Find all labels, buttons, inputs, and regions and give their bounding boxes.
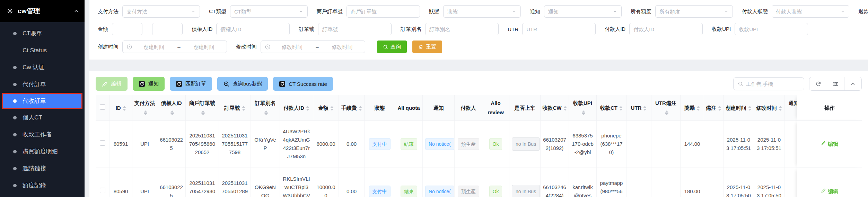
row-checkbox[interactable] [100, 188, 105, 193]
sort-icon[interactable] [619, 106, 623, 111]
all-quota-select[interactable] [655, 5, 733, 18]
edit-row-link[interactable]: 编辑 [821, 187, 838, 196]
payer-id-input-box[interactable] [629, 23, 703, 35]
payer-status-select[interactable] [772, 5, 849, 18]
row-checkbox[interactable] [100, 140, 105, 146]
sort-icon[interactable] [643, 106, 647, 111]
col-header-amount[interactable]: 金額 [313, 95, 339, 120]
sort-icon[interactable] [665, 110, 668, 115]
order-alias-input-box[interactable] [425, 23, 499, 35]
created-start-input[interactable] [135, 44, 173, 50]
column-settings-button[interactable] [827, 77, 844, 90]
sidebar-item-9[interactable]: 額度記錄 [0, 177, 85, 194]
amount-min-input-box[interactable] [112, 23, 142, 35]
sort-icon[interactable] [242, 106, 245, 111]
in_bus-tag[interactable]: no In Bus [512, 137, 540, 151]
collapse-button[interactable] [844, 77, 861, 90]
sort-icon[interactable] [123, 106, 126, 111]
notice-select[interactable] [544, 5, 622, 18]
payer-status-select-value[interactable] [776, 9, 838, 15]
all-quota-select-value[interactable] [659, 9, 722, 15]
col-header-updated_at[interactable]: 修改时间 [754, 95, 784, 120]
sidebar-item-2[interactable]: Cw 认证 [0, 59, 85, 76]
sort-icon[interactable] [264, 110, 268, 115]
col-header-id[interactable]: ID [109, 95, 132, 120]
sidebar-item-5[interactable]: 個人CT [0, 109, 85, 126]
created-date-range[interactable]: – [122, 41, 227, 53]
col-header-fee[interactable]: 手續費 [339, 95, 365, 120]
col-header-recv_ct[interactable]: 收款CT [597, 95, 626, 120]
col-header-merchant_order_no[interactable]: 商戶訂單號 [186, 95, 219, 120]
order-no-input-box[interactable] [318, 23, 392, 35]
sidebar-item-1[interactable]: Ct Status [0, 42, 85, 59]
toolbar-button-1[interactable]: 通知 [133, 77, 165, 91]
utr-input-box[interactable] [522, 23, 596, 35]
pay-method-select[interactable] [122, 5, 200, 18]
toolbar-button-2[interactable]: 匹配訂單 [170, 77, 212, 91]
notice-select-value[interactable] [548, 9, 611, 15]
refresh-button[interactable] [809, 77, 827, 90]
created-end-input[interactable] [185, 44, 223, 50]
sidebar-item-6[interactable]: 收款工作者 [0, 126, 85, 143]
merchant-order-no-input-box[interactable] [347, 5, 420, 18]
sort-icon[interactable] [170, 110, 174, 115]
sort-icon[interactable] [563, 106, 567, 111]
select-all-checkbox[interactable] [100, 104, 105, 110]
utr-input[interactable] [526, 26, 591, 32]
sidebar-item-8[interactable]: 邀請鏈接 [0, 160, 85, 177]
sort-icon[interactable] [748, 106, 752, 111]
sidebar-item-4[interactable]: 代收訂單 [2, 93, 82, 109]
toolbar-button-0[interactable]: 編輯 [96, 77, 128, 91]
amount-max-input-box[interactable] [152, 23, 183, 35]
col-header-reward[interactable]: 獎勵 [681, 95, 704, 120]
sort-icon[interactable] [718, 106, 721, 111]
sort-icon[interactable] [779, 106, 782, 111]
toolbar-button-4[interactable]: CT Success rate [273, 77, 333, 91]
updated-date-range[interactable]: – [261, 41, 365, 53]
col-header-note[interactable]: 備注 [704, 95, 724, 120]
sort-icon[interactable] [359, 106, 362, 111]
worker-search-input[interactable] [746, 81, 800, 87]
order-no-input[interactable] [322, 26, 387, 32]
merchant-order-no-input[interactable] [351, 9, 416, 15]
col-header-utr[interactable]: UTR [626, 95, 651, 120]
sort-icon[interactable] [696, 106, 700, 111]
recv-upi-input-box[interactable] [735, 23, 808, 35]
ct-type-select[interactable] [230, 5, 308, 18]
col-header-pay_method[interactable]: 支付方法 [132, 95, 157, 120]
col-header-recv_cw[interactable]: 收款CW [541, 95, 569, 120]
sort-icon[interactable] [144, 110, 147, 115]
order-alias-input[interactable] [429, 26, 494, 32]
worker-search-box[interactable] [733, 77, 804, 90]
creditor-id-input[interactable] [220, 26, 286, 32]
query-button[interactable]: 查询 [377, 41, 407, 53]
sidebar-item-7[interactable]: 購買額度明細 [0, 143, 85, 160]
reset-button[interactable]: 重置 [412, 41, 442, 53]
payer-id-input[interactable] [633, 26, 699, 32]
sidebar-item-0[interactable]: CT賬單 [0, 25, 85, 42]
sidebar-item-3[interactable]: 代付訂單 [0, 76, 85, 93]
col-header-recv_upi[interactable]: 收款UPI [569, 95, 597, 120]
sort-icon[interactable] [582, 110, 585, 115]
sort-icon[interactable] [330, 106, 334, 111]
edit-row-link[interactable]: 编辑 [821, 140, 838, 148]
creditor-id-input-box[interactable] [216, 23, 290, 35]
recv-upi-input[interactable] [739, 26, 804, 32]
col-header-creditor_id[interactable]: 債權人ID [157, 95, 186, 120]
sort-icon[interactable] [306, 106, 309, 111]
in_bus-tag[interactable]: no In Bus [512, 185, 540, 197]
col-header-created_at[interactable]: 创建时间 [724, 95, 754, 120]
status-select[interactable] [443, 5, 521, 18]
amount-min-input[interactable] [116, 26, 138, 32]
pay-method-select-value[interactable] [126, 9, 189, 15]
updated-end-input[interactable] [324, 44, 361, 50]
col-header-order_alias[interactable]: 訂單別名 [251, 95, 280, 120]
updated-start-input[interactable] [273, 44, 311, 50]
status-select-value[interactable] [447, 9, 510, 15]
collapse-chevron-icon[interactable] [73, 8, 79, 14]
col-header-utr_note[interactable]: UTR備注 [651, 95, 681, 120]
col-header-order_no[interactable]: 訂單號 [219, 95, 251, 120]
ct-type-select-value[interactable] [234, 9, 297, 15]
amount-max-input[interactable] [156, 26, 178, 32]
sort-icon[interactable] [201, 110, 205, 115]
